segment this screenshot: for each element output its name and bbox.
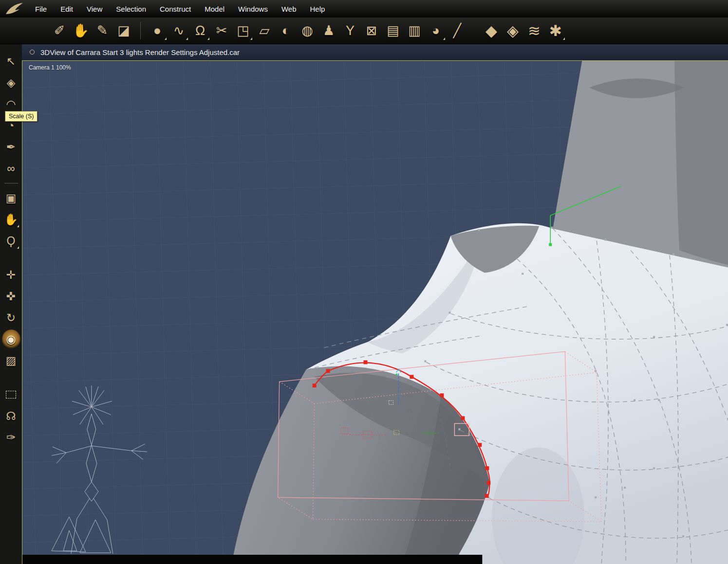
page-bend-tool-icon[interactable]: ◆ <box>481 19 502 42</box>
orbit-tool-icon[interactable]: ↻ <box>2 308 20 327</box>
polygon-tool-icon[interactable]: ▱ <box>254 19 275 42</box>
carrara-logo <box>0 1 28 17</box>
camera-tool-icon[interactable]: ▣ <box>2 188 20 208</box>
scale-tool-icon[interactable]: ◈ <box>2 73 20 92</box>
viewport-collapse-icon[interactable] <box>30 50 35 55</box>
viewport-title: 3DView of Carrara Start 3 lights Render … <box>40 48 240 56</box>
modeling-toolbar: ✐ ✋ ✎ ◪ ● ∿ Ω ✂ ◳ ▱ ◐ ◍ ♟ Y ⊠ ▤ ▥ ◕ ╱ ◆ … <box>0 18 728 44</box>
viewport-titlebar: 3DView of Carrara Start 3 lights Render … <box>22 44 728 60</box>
menu-selection[interactable]: Selection <box>109 0 153 18</box>
eyedropper-tool-icon[interactable]: ✒ <box>2 137 20 157</box>
preview-box-tool-icon[interactable]: ▨ <box>2 351 20 370</box>
menu-windows[interactable]: Windows <box>231 0 275 18</box>
sphere-primitive-tool-icon[interactable]: ● <box>147 19 168 42</box>
carrara-logo-icon <box>4 2 24 16</box>
viewport-canvas[interactable] <box>22 60 728 564</box>
lasso-tool-icon[interactable]: ☊ <box>2 406 20 426</box>
page-flip-tool-icon[interactable]: ◈ <box>502 19 523 42</box>
half-sphere-tool-icon[interactable]: ◐ <box>275 19 297 42</box>
viewport-bottom-strip <box>22 555 482 564</box>
menu-model[interactable]: Model <box>198 0 231 18</box>
wrench-tool-icon[interactable]: ✎ <box>92 19 113 42</box>
camera-selector[interactable]: Camera 1 100% <box>29 64 71 71</box>
shaded-sphere-tool-icon[interactable]: ◕ <box>425 19 447 42</box>
marquee-tool-icon[interactable] <box>2 385 20 404</box>
tool-tooltip: Scale (S) <box>5 111 37 122</box>
block-tool-icon[interactable]: ▤ <box>382 19 404 42</box>
menu-construct[interactable]: Construct <box>153 0 198 18</box>
paintbrush-tool-icon[interactable]: ✑ <box>2 428 20 447</box>
select-arrow-tool-icon[interactable]: ↖ <box>2 52 20 71</box>
menu-help[interactable]: Help <box>303 0 332 18</box>
scissors-tool-icon[interactable]: ✂ <box>211 19 232 42</box>
hand-tool-icon[interactable]: ✋ <box>70 19 92 42</box>
menubar: File Edit View Selection Construct Model… <box>0 0 728 18</box>
corner-select-tool-icon[interactable]: ◳ <box>232 19 254 42</box>
menu-file[interactable]: File <box>28 0 54 18</box>
glass-tool-icon[interactable]: Y <box>339 19 361 42</box>
sidebar-separator <box>4 183 18 183</box>
smudge-tool-icon[interactable]: ◪ <box>113 19 134 42</box>
zoom-tool-icon[interactable]: Ϙ <box>2 231 20 251</box>
menu-web[interactable]: Web <box>275 0 303 18</box>
viewport-panel: 3DView of Carrara Start 3 lights Render … <box>22 44 728 564</box>
move-xz-tool-icon[interactable]: ✜ <box>2 287 20 306</box>
stack-edit-tool-icon[interactable]: ≋ <box>523 19 545 42</box>
curve-tool-icon[interactable]: ∿ <box>168 19 189 42</box>
pan-tool-icon[interactable]: ✋ <box>2 210 20 229</box>
ribbon-tool-icon[interactable]: ✱ <box>545 19 566 42</box>
clipboard-tool-icon[interactable]: ▥ <box>404 19 425 42</box>
spray-tool-icon[interactable]: ✐ <box>49 19 70 42</box>
marquee-box <box>6 391 16 399</box>
magnet-tool-icon[interactable]: Ω <box>189 19 211 42</box>
line-tool-icon[interactable]: ╱ <box>447 19 468 42</box>
delete-face-tool-icon[interactable]: ⊠ <box>361 19 382 42</box>
lathe-tool-icon[interactable]: ◍ <box>297 19 318 42</box>
menu-edit[interactable]: Edit <box>54 0 80 18</box>
move-xy-tool-icon[interactable]: ✛ <box>2 265 20 285</box>
menu-view[interactable]: View <box>80 0 109 18</box>
vase-tool-icon[interactable]: ♟ <box>318 19 339 42</box>
link-tool-icon[interactable]: ∞ <box>2 159 20 178</box>
tool-sidebar: ↖ ◈ ◠ ◔ ✒ ∞ ▣ ✋ Ϙ ✛ ✜ ↻ ◉ ▨ ☊ ✑ <box>0 44 22 564</box>
dolly-tool-icon[interactable]: ◉ <box>2 329 20 349</box>
toolbar-separator <box>140 22 141 39</box>
